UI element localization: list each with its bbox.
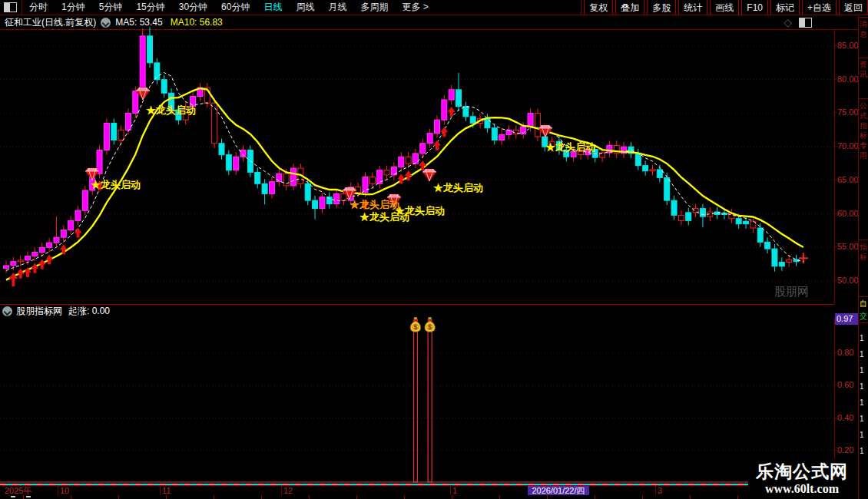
- stock-title: 征和工业(日线.前复权): [5, 16, 96, 29]
- toolbar-button-复权[interactable]: 复权: [584, 0, 613, 15]
- strip-tab-char[interactable]: 指: [860, 121, 868, 130]
- watermark-line2: www.60lt.com: [765, 482, 839, 496]
- indicator-tick-label: 0.20: [837, 445, 853, 454]
- date-label-12: 12: [283, 486, 293, 495]
- strip-tab-char[interactable]: 专: [860, 141, 868, 150]
- bottom-tick: [71, 495, 71, 499]
- date-axis[interactable]: 2025年101112132026/01/22/四: [0, 485, 834, 496]
- month-separator: [281, 486, 282, 495]
- toolbar-button-画线[interactable]: 画线: [710, 0, 739, 15]
- toolbar-button-多股[interactable]: 多股: [647, 0, 676, 15]
- indicator-chart[interactable]: [0, 318, 834, 485]
- price-tick-label: 85.00: [837, 41, 859, 50]
- svg-text:股朋网: 股朋网: [774, 285, 809, 298]
- toolbar-buttons: 复权叠加多股统计画线F10标记+自选返回: [581, 0, 868, 15]
- period-tab-30分钟[interactable]: 30分钟: [172, 1, 214, 14]
- strip-list-digit: 1: [860, 350, 868, 359]
- month-separator: [655, 486, 656, 495]
- strip-tab-char[interactable]: 公: [860, 101, 868, 110]
- sub-indicator-panel[interactable]: [0, 318, 834, 485]
- period-tab-5分钟[interactable]: 5分钟: [92, 1, 130, 14]
- toolbar-button-标记[interactable]: 标记: [770, 0, 800, 15]
- bottom-tick: [499, 495, 500, 499]
- indicator-tick-label: 0.60: [837, 380, 853, 389]
- main-chart-panel[interactable]: $ ★龙头启动★龙头启动★龙头启动★龙头启动★龙头启动★龙头启动★龙头启动股朋网: [0, 29, 834, 305]
- bottom-tick: [642, 495, 643, 499]
- month-separator: [450, 486, 451, 495]
- bottom-tick: [23, 495, 24, 499]
- strip-tab-char[interactable]: 资: [860, 60, 868, 68]
- strip-divider: [859, 296, 868, 297]
- period-tab-60分钟[interactable]: 60分钟: [214, 1, 257, 14]
- strip-list-digit: 1: [860, 398, 868, 407]
- ma10-value: MA10: 56.83: [171, 17, 223, 28]
- strip-tab-char[interactable]: 交: [860, 312, 868, 320]
- bottom-tick: [166, 495, 167, 499]
- right-sidebar-strip[interactable]: 消息资讯公式指标专用指标自交11111111: [858, 15, 868, 499]
- strip-divider: [859, 322, 868, 323]
- chart-title-bar: 征和工业(日线.前复权) MA5: 53.45 MA10: 56.83 ◇: [0, 15, 858, 30]
- svg-text:★龙头启动: ★龙头启动: [350, 199, 399, 210]
- bottom-tick: [452, 495, 452, 499]
- price-tick-label: 70.00: [837, 141, 859, 150]
- bottom-tick: [309, 495, 310, 499]
- bottom-tick-row: [0, 495, 868, 499]
- date-label-1: 1: [452, 486, 457, 495]
- strip-tab-char[interactable]: 用: [860, 151, 868, 160]
- bottom-tick: [404, 495, 405, 499]
- indicator-tick-label: 0.40: [837, 413, 853, 422]
- period-tab-15分钟[interactable]: 15分钟: [129, 1, 171, 14]
- price-axis: 85.0080.0075.0070.0065.0060.0055.0050.00: [834, 29, 859, 304]
- strip-list-digit: 1: [860, 366, 868, 375]
- period-tab-更多 >[interactable]: 更多 >: [395, 1, 435, 14]
- period-tab-月线[interactable]: 月线: [321, 1, 353, 14]
- date-label-10: 10: [60, 486, 69, 495]
- chevron-down-icon[interactable]: [101, 18, 111, 28]
- price-tick-label: 50.00: [837, 276, 859, 285]
- bottom-tick: [737, 495, 738, 499]
- layout-icon[interactable]: [799, 18, 812, 28]
- cutoff-tab-mark: [26, 496, 31, 497]
- toolbar-button-+自选[interactable]: +自选: [802, 0, 837, 15]
- toolbar-button-F10[interactable]: F10: [741, 0, 768, 15]
- strip-tab-char[interactable]: 自: [860, 299, 868, 308]
- watermark-line1: 乐淘公式网: [756, 462, 848, 482]
- svg-text:★龙头启动: ★龙头启动: [146, 104, 196, 116]
- price-tick-label: 55.00: [837, 242, 859, 251]
- strip-list-digit: 1: [860, 382, 868, 391]
- period-tab-周线[interactable]: 周线: [289, 1, 321, 14]
- strip-tab-char[interactable]: 消: [860, 20, 868, 28]
- month-separator: [58, 486, 58, 495]
- price-tick-label: 65.00: [837, 175, 859, 184]
- bottom-tick: [595, 495, 595, 499]
- sub-indicator-header: 股朋指标网 起涨: 0.00: [0, 305, 834, 318]
- price-tick-label: 60.00: [837, 209, 859, 218]
- date-label-2025年: 2025年: [5, 486, 31, 495]
- cutoff-tab-mark: [11, 496, 15, 497]
- period-tab-1分钟[interactable]: 1分钟: [55, 1, 92, 14]
- strip-tab-char[interactable]: 讯: [860, 70, 868, 78]
- window-icon[interactable]: [4, 2, 17, 12]
- indicator-tick-label: 0.80: [837, 348, 853, 357]
- indicator-value: 起涨: 0.00: [68, 305, 110, 318]
- candlestick-chart[interactable]: $ ★龙头启动★龙头启动★龙头启动★龙头启动★龙头启动★龙头启动★龙头启动股朋网: [0, 29, 834, 304]
- bottom-tick: [547, 495, 548, 499]
- strip-tab-char[interactable]: 指: [860, 243, 868, 251]
- period-tab-日线[interactable]: 日线: [257, 1, 289, 14]
- diamond-marker-icon[interactable]: ◇: [784, 18, 792, 27]
- chevron-down-icon[interactable]: [2, 306, 12, 316]
- toolbar-button-返回[interactable]: 返回: [839, 0, 868, 15]
- svg-text:★龙头启动: ★龙头启动: [433, 182, 483, 193]
- strip-tab-char[interactable]: 式: [860, 111, 868, 120]
- strip-tab-char[interactable]: 息: [860, 30, 868, 38]
- date-label-11: 11: [162, 486, 171, 495]
- bottom-tick: [261, 495, 262, 499]
- toolbar-button-统计[interactable]: 统计: [678, 0, 707, 15]
- strip-tab-char[interactable]: 标: [860, 131, 868, 140]
- toolbar-button-叠加[interactable]: 叠加: [615, 0, 644, 15]
- ma5-value: MA5: 53.45: [115, 17, 162, 28]
- period-tab-多周期[interactable]: 多周期: [353, 1, 395, 14]
- indicator-name: 股朋指标网: [16, 305, 62, 318]
- period-tab-分时[interactable]: 分时: [22, 1, 55, 14]
- strip-tab-char[interactable]: 标: [860, 253, 868, 261]
